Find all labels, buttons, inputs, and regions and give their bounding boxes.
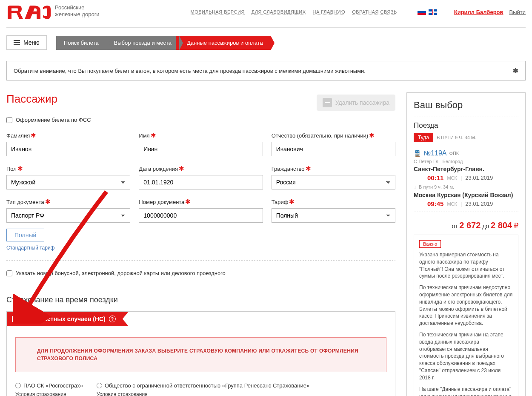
brand-line1: Российские — [55, 4, 85, 11]
arr-time: 09:45 — [427, 200, 443, 207]
tariff-select[interactable]: Полный — [272, 208, 395, 223]
insurance-warning: ДЛЯ ПРОДОЛЖЕНИЯ ОФОРМЛЕНИЯ ЗАКАЗА ВЫБЕРИ… — [15, 337, 386, 372]
loyalty-checkbox[interactable] — [6, 270, 12, 276]
terms-link[interactable]: Условия страхования — [15, 391, 83, 396]
tariff-label: Тариф✱ — [272, 198, 395, 206]
flag-uk-icon[interactable] — [429, 9, 437, 15]
link-home[interactable]: НА ГЛАВНУЮ — [313, 9, 346, 15]
insurance-title: Страхование на время поездки — [6, 296, 395, 304]
ins-opt-label: ПАО СК «Росгосстрах» — [23, 382, 83, 389]
gear-icon[interactable] — [512, 67, 518, 74]
brand-line2: железные дороги — [55, 11, 100, 17]
side-trains: Поезда — [414, 121, 518, 130]
delete-passenger-button: Удалить пассажира — [317, 95, 395, 111]
ins-opt-renaissance[interactable] — [97, 383, 102, 388]
name-input[interactable] — [139, 142, 263, 156]
dob-input[interactable] — [139, 175, 263, 189]
user-name-link[interactable]: Кирилл Балберов — [454, 9, 503, 15]
ins-opt-label: Общество с ограниченной ответственностью… — [105, 382, 309, 389]
menu-button[interactable]: Меню — [6, 35, 47, 50]
surname-label: Фамилия✱ — [6, 132, 130, 139]
arr-date: 23.01.2019 — [465, 201, 493, 207]
loyalty-label: Указать номер бонусной, электронной, дор… — [16, 270, 226, 276]
important-note: Важно Указана примерная стоимость на одн… — [414, 235, 518, 396]
bc-train[interactable]: Выбор поезда и места — [103, 36, 179, 50]
dep-station: Санкт-Петербург-Главн. — [414, 166, 518, 172]
trip-duration: В пути 9 ч. 34 м. — [419, 184, 454, 189]
docnum-label: Номер документа✱ — [139, 198, 263, 206]
insurance-ribbon-label: От несчастных случаев (НС) — [21, 316, 106, 322]
terms-link[interactable]: Условия страхования — [97, 391, 309, 396]
dob-label: Дата рождения✱ — [139, 165, 263, 172]
docnum-input[interactable] — [139, 208, 263, 223]
surname-input[interactable] — [6, 142, 130, 156]
gender-label: Пол✱ — [6, 165, 130, 172]
note3: По техническим причинам на этапе ввода д… — [419, 331, 513, 382]
msk-label: МСК — [447, 175, 457, 181]
ins-opt-rosgosstrakh[interactable] — [15, 383, 21, 388]
breadcrumb: Поиск билета Выбор поезда и места Данные… — [56, 36, 271, 50]
duration-head: В ПУТИ 9 Ч. 34 М. — [437, 135, 476, 140]
help-icon[interactable]: ? — [109, 316, 116, 322]
notice-text: Обратите внимание, что Вы покупаете биле… — [14, 68, 366, 74]
important-badge: Важно — [419, 240, 441, 248]
insurance-checkbox[interactable] — [12, 316, 18, 322]
delete-passenger-label: Удалить пассажира — [335, 99, 389, 106]
fss-label: Оформление билета по ФСС — [16, 117, 91, 123]
insurance-box: От несчастных случаев (НС) ? ДЛЯ ПРОДОЛЖ… — [6, 311, 395, 396]
link-feedback[interactable]: ОБРАТНАЯ СВЯЗЬ — [352, 9, 397, 15]
gender-select[interactable]: Мужской — [6, 175, 130, 189]
side-title: Ваш выбор — [414, 100, 518, 111]
note4: На шаге "Данные пассажира и оплата" прои… — [419, 386, 513, 396]
arrow-down-icon: ↓ — [414, 184, 416, 190]
separator — [6, 260, 395, 261]
fss-checkbox[interactable] — [6, 117, 12, 123]
bc-passengers: Данные пассажиров и оплата — [176, 36, 271, 50]
note1: Указана примерная стоимость на одного па… — [419, 251, 513, 280]
bc-search[interactable]: Поиск билета — [56, 36, 106, 50]
train-number[interactable]: №119А — [423, 149, 447, 157]
passenger-title: Пассажир — [6, 92, 57, 106]
minus-icon — [323, 98, 332, 107]
name-label: Имя✱ — [139, 132, 263, 139]
dep-date: 23.01.2019 — [465, 175, 493, 181]
patronymic-input[interactable] — [272, 142, 395, 156]
link-mobile[interactable]: МОБИЛЬНАЯ ВЕРСИЯ — [191, 9, 245, 15]
tariff-link[interactable]: Стандартный тариф — [6, 245, 395, 251]
train-icon: 🚆 — [414, 150, 421, 157]
dep-time: 00:11 — [427, 174, 443, 181]
insurance-ribbon[interactable]: От несчастных случаев (НС) ? — [7, 312, 129, 326]
logo[interactable]: Российскиежелезные дороги — [6, 4, 100, 20]
arr-station: Москва Курская (Курский Вокзал) — [414, 192, 518, 198]
separator — [6, 286, 395, 286]
tariff-button[interactable]: Полный — [6, 229, 44, 241]
note2: По техническим причинам недоступно оформ… — [419, 284, 513, 327]
route: С-Петер-Гл - Белгород — [414, 159, 518, 164]
carrier: ФПК — [449, 151, 459, 156]
link-accessibility[interactable]: ДЛЯ СЛАБОВИДЯЩИХ — [252, 9, 306, 15]
price-range: от 2 672 до 2 804 ₽ — [414, 221, 518, 230]
burger-icon — [14, 42, 20, 43]
direction-badge: Туда — [414, 133, 433, 142]
doctype-select[interactable]: Паспорт РФ — [6, 208, 130, 223]
patronymic-label: Отчество (обязательно, при наличии)✱ — [272, 132, 395, 139]
flag-ru-icon[interactable] — [418, 9, 426, 15]
citizenship-select[interactable]: Россия — [272, 175, 395, 189]
notice-banner: Обратите внимание, что Вы покупаете биле… — [6, 61, 526, 80]
msk-label: МСК — [447, 201, 457, 207]
menu-label: Меню — [23, 39, 40, 46]
sidebar: Ваш выбор Поезда ТудаВ ПУТИ 9 Ч. 34 М. 🚆… — [406, 92, 526, 396]
doctype-label: Тип документа✱ — [6, 198, 130, 206]
logout-link[interactable]: Выйти — [509, 9, 526, 15]
citizenship-label: Гражданство✱ — [272, 165, 395, 172]
